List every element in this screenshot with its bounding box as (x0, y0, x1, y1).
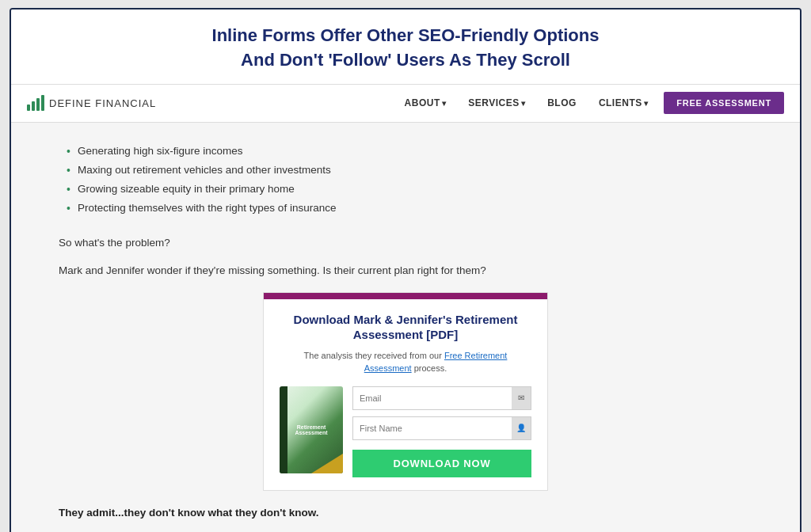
page-frame: Inline Forms Offer Other SEO-Friendly Op… (10, 8, 801, 532)
paragraph-approach: As they approach the next stage of life,… (59, 528, 752, 532)
list-item: Maxing out retirement vehicles and other… (67, 161, 752, 180)
logo-bar-2 (32, 101, 35, 111)
page-title: Inline Forms Offer Other SEO-Friendly Op… (43, 24, 768, 73)
download-button[interactable]: DOWNLOAD NOW (352, 450, 531, 477)
logo-bar-3 (36, 98, 40, 111)
email-field[interactable] (353, 388, 512, 408)
email-input-row: ✉ (352, 386, 531, 410)
form-subtitle: The analysis they received from our Free… (280, 349, 531, 375)
form-body: Retirement Assessment ✉ 👤 (280, 386, 531, 477)
title-banner: Inline Forms Offer Other SEO-Friendly Op… (11, 10, 800, 85)
nav-clients[interactable]: CLIENTS▾ (599, 97, 648, 108)
logo-text: DEFINE FINANCIAL (49, 97, 156, 109)
nav-links: ABOUT▾ SERVICES▾ BLOG CLIENTS▾ (405, 97, 649, 108)
navbar: DEFINE FINANCIAL ABOUT▾ SERVICES▾ BLOG C… (11, 85, 800, 123)
inline-form-box: Download Mark & Jennifer's Retirement As… (263, 292, 548, 491)
bold-paragraph: They admit...they don't know what they d… (59, 507, 752, 519)
bullet-list: Generating high six-figure incomes Maxin… (59, 142, 752, 218)
nav-about[interactable]: ABOUT▾ (405, 97, 447, 108)
logo[interactable]: DEFINE FINANCIAL (27, 95, 156, 111)
book-image: Retirement Assessment (280, 386, 343, 477)
person-icon: 👤 (512, 417, 531, 439)
logo-icon (27, 95, 44, 111)
free-assessment-button[interactable]: FREE ASSESSMENT (664, 92, 784, 114)
main-content: Generating high six-figure incomes Maxin… (11, 123, 800, 532)
nav-blog[interactable]: BLOG (547, 97, 577, 108)
paragraph-mark-jennifer: Mark and Jennifer wonder if they're miss… (59, 262, 752, 279)
list-item: Growing sizeable equity in their primary… (67, 180, 752, 199)
book-accent (311, 454, 343, 473)
book-title-text: Retirement Assessment (280, 424, 343, 435)
book-visual: Retirement Assessment (280, 386, 343, 473)
form-content: Download Mark & Jennifer's Retirement As… (264, 299, 547, 490)
nav-services[interactable]: SERVICES▾ (468, 97, 525, 108)
logo-bar-1 (27, 104, 30, 111)
paragraph-problem: So what's the problem? (59, 234, 752, 252)
list-item: Protecting themselves with the right typ… (67, 199, 752, 218)
logo-bar-4 (41, 95, 44, 111)
list-item: Generating high six-figure incomes (67, 142, 752, 161)
form-header-bar (264, 293, 547, 299)
firstname-field[interactable] (353, 418, 512, 439)
form-title: Download Mark & Jennifer's Retirement As… (280, 312, 531, 343)
form-inputs: ✉ 👤 DOWNLOAD NOW (352, 386, 531, 477)
email-icon: ✉ (512, 387, 531, 409)
firstname-input-row: 👤 (352, 416, 531, 440)
inline-form-container: Download Mark & Jennifer's Retirement As… (59, 292, 752, 491)
